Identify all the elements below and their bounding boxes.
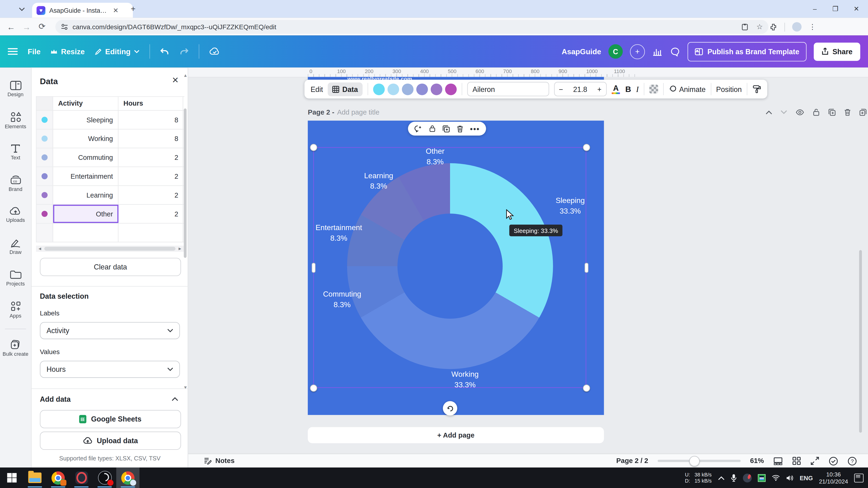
scroll-left-icon[interactable]: ◄ bbox=[38, 246, 42, 251]
tab-close-icon[interactable]: ✕ bbox=[113, 6, 119, 14]
clear-data-button[interactable]: Clear data bbox=[40, 258, 181, 276]
scroll-up-icon[interactable]: ▲ bbox=[183, 73, 188, 78]
tray-green-app-icon[interactable] bbox=[757, 474, 766, 482]
tray-app-icon[interactable] bbox=[743, 474, 752, 482]
selection-handle-w[interactable] bbox=[312, 263, 315, 273]
zoom-level[interactable]: 61% bbox=[750, 457, 764, 465]
scrollbar-thumb[interactable] bbox=[44, 247, 176, 251]
selection-handle-se[interactable] bbox=[583, 385, 590, 392]
selection-handle-sw[interactable] bbox=[310, 385, 317, 392]
selection-handle-e[interactable] bbox=[585, 263, 588, 273]
lock-icon[interactable] bbox=[429, 125, 436, 132]
design-page[interactable]: Other8.3% Learning8.3% Entertainment8.3%… bbox=[308, 121, 604, 415]
redo-icon[interactable] bbox=[179, 47, 189, 56]
taskbar-obs[interactable] bbox=[93, 467, 116, 488]
color-swatch[interactable] bbox=[445, 83, 456, 95]
page-title-placeholder[interactable]: Add page title bbox=[337, 108, 379, 116]
undo-icon[interactable] bbox=[160, 47, 169, 56]
data-button-active[interactable]: Data bbox=[328, 82, 362, 96]
activity-cell-selected[interactable]: Other bbox=[53, 205, 118, 223]
color-swatch[interactable] bbox=[431, 83, 442, 95]
duplicate-page-icon[interactable] bbox=[828, 108, 836, 116]
activity-cell[interactable] bbox=[53, 224, 118, 242]
add-data-heading[interactable]: Add data bbox=[40, 395, 71, 403]
selection-handle-nw[interactable] bbox=[310, 144, 317, 151]
forward-button[interactable]: → bbox=[19, 22, 34, 31]
copy-style-roller-icon[interactable] bbox=[752, 85, 761, 94]
tab-search-icon[interactable] bbox=[19, 4, 30, 14]
browser-profile-avatar[interactable] bbox=[792, 22, 802, 32]
activity-column-header[interactable]: Activity bbox=[53, 97, 118, 110]
bookmark-star-icon[interactable]: ☆ bbox=[756, 23, 763, 31]
panel-vertical-scrollbar[interactable]: ▲ ▼ bbox=[183, 72, 187, 459]
sidebar-item-draw[interactable]: Draw bbox=[0, 231, 31, 262]
site-info-icon[interactable] bbox=[61, 23, 68, 31]
add-member-button[interactable]: + bbox=[630, 44, 645, 59]
duplicate-icon[interactable] bbox=[442, 125, 450, 132]
window-maximize-button[interactable]: ❐ bbox=[826, 0, 845, 18]
publish-brand-template-button[interactable]: Publish as Brand Template bbox=[687, 42, 806, 61]
comments-icon[interactable] bbox=[670, 47, 680, 56]
series-color-dot[interactable] bbox=[41, 173, 48, 180]
color-swatch[interactable] bbox=[373, 83, 384, 95]
notification-center-icon[interactable] bbox=[854, 474, 864, 482]
more-options-icon[interactable]: ••• bbox=[470, 124, 480, 133]
selection-handle-ne[interactable] bbox=[583, 144, 590, 151]
table-horizontal-scrollbar[interactable]: ◄ ► bbox=[36, 246, 184, 252]
font-family-select[interactable]: Aileron bbox=[467, 82, 549, 96]
sidebar-item-elements[interactable]: Elements bbox=[0, 105, 31, 136]
sidebar-item-projects[interactable]: Projects bbox=[0, 262, 31, 294]
data-panel-close-icon[interactable]: ✕ bbox=[172, 75, 179, 85]
values-select[interactable]: Hours bbox=[40, 361, 180, 378]
insights-icon[interactable] bbox=[652, 47, 663, 56]
browser-menu-icon[interactable]: ⋮ bbox=[809, 23, 816, 31]
start-button[interactable] bbox=[0, 467, 23, 488]
delete-page-icon[interactable] bbox=[844, 108, 851, 116]
google-sheets-button[interactable]: Google Sheets bbox=[40, 410, 181, 428]
zoom-slider[interactable] bbox=[658, 460, 741, 462]
hours-cell[interactable]: 8 bbox=[118, 129, 183, 148]
color-swatch[interactable] bbox=[402, 83, 413, 95]
scrollbar-thumb[interactable] bbox=[184, 108, 187, 258]
grid-view-icon[interactable] bbox=[792, 456, 801, 465]
wifi-icon[interactable] bbox=[772, 475, 780, 481]
resize-menu[interactable]: Resize bbox=[51, 47, 85, 56]
hamburger-menu-icon[interactable] bbox=[8, 47, 18, 55]
canvas-scrollbar[interactable] bbox=[859, 250, 862, 432]
taskbar-file-explorer[interactable] bbox=[23, 467, 47, 488]
share-button[interactable]: Share bbox=[814, 42, 860, 61]
editing-menu[interactable]: Editing bbox=[95, 47, 140, 56]
clock[interactable]: 10:3621/10/2024 bbox=[819, 471, 848, 485]
font-size-increase[interactable]: + bbox=[597, 85, 601, 93]
pages-view-icon[interactable] bbox=[773, 457, 783, 465]
add-page-icon[interactable] bbox=[859, 108, 867, 116]
animate-button[interactable]: Animate bbox=[669, 85, 706, 93]
activity-cell[interactable]: Commuting bbox=[53, 148, 118, 166]
fullscreen-icon[interactable] bbox=[810, 456, 819, 465]
taskbar-browser-red[interactable] bbox=[70, 467, 93, 488]
italic-button[interactable]: I bbox=[636, 85, 639, 94]
add-page-button[interactable]: + Add page bbox=[308, 427, 604, 443]
font-size-stepper[interactable]: − 21.8 + bbox=[554, 82, 607, 96]
user-avatar[interactable]: C bbox=[608, 44, 623, 59]
series-color-dot[interactable] bbox=[41, 135, 48, 142]
speaker-icon[interactable] bbox=[786, 475, 794, 481]
color-swatch[interactable] bbox=[387, 83, 399, 95]
bold-button[interactable]: B bbox=[625, 85, 631, 94]
save-icon[interactable] bbox=[741, 23, 749, 31]
lock-icon[interactable] bbox=[813, 108, 820, 116]
sidebar-item-bulk-create[interactable]: Bulk create bbox=[0, 333, 31, 364]
sidebar-item-apps[interactable]: Apps bbox=[0, 294, 31, 325]
hours-cell[interactable]: 2 bbox=[118, 186, 183, 204]
chevron-up-icon[interactable] bbox=[172, 397, 178, 401]
sidebar-item-text[interactable]: Text bbox=[0, 136, 31, 168]
hours-column-header[interactable]: Hours bbox=[118, 97, 183, 110]
hours-cell[interactable]: 2 bbox=[118, 205, 183, 223]
move-page-up-icon[interactable] bbox=[766, 110, 772, 115]
text-color-button[interactable]: A bbox=[611, 84, 620, 94]
help-icon[interactable]: ? bbox=[847, 456, 857, 465]
url-bar[interactable]: canva.com/design/DAGT6BWzfDw/_mxqpc3--uQ… bbox=[55, 20, 769, 34]
back-button[interactable]: ← bbox=[3, 22, 19, 31]
font-size-decrease[interactable]: − bbox=[559, 85, 563, 93]
labels-select[interactable]: Activity bbox=[40, 322, 180, 339]
